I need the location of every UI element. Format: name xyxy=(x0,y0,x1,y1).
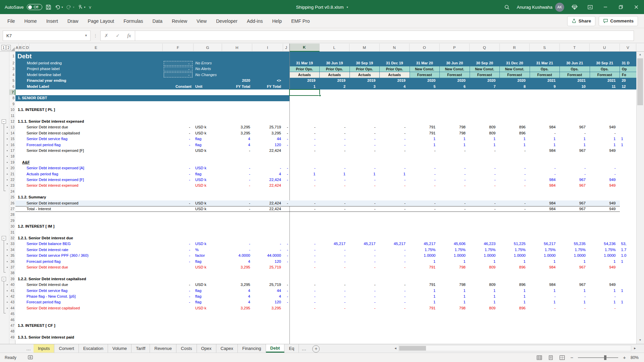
cell-H34[interactable]: - xyxy=(222,247,252,253)
section-title-8[interactable]: 1. SENIOR DEBT xyxy=(18,95,185,101)
row-header-3[interactable]: 3 xyxy=(9,66,15,72)
cell-O35[interactable]: 1.0000 xyxy=(410,253,440,258)
cell-F14[interactable]: - xyxy=(163,130,194,136)
cell-P43[interactable]: 1 xyxy=(440,299,470,305)
cell-U43[interactable]: 1 xyxy=(590,299,620,305)
cell-T20[interactable]: - xyxy=(560,165,590,171)
cell-U35[interactable]: 1.0000 xyxy=(590,253,620,258)
cell-M43[interactable]: - xyxy=(350,299,380,305)
column-header-Q[interactable]: Q xyxy=(470,44,500,52)
cell-N33[interactable]: 45,217 xyxy=(380,241,410,247)
cell-J22[interactable]: - xyxy=(283,177,289,183)
horizontal-scrollbar-track[interactable] xyxy=(398,345,631,351)
cell-O15[interactable]: 1 xyxy=(410,136,440,142)
cell-O37[interactable]: 791 xyxy=(410,264,440,270)
sheet-tab-tariff[interactable]: Tariff xyxy=(131,344,150,353)
cell-T43[interactable]: 1 xyxy=(560,299,590,305)
cell-Q33[interactable]: 46,223 xyxy=(470,241,500,247)
cell-K16[interactable]: - xyxy=(289,142,320,148)
cell-M40[interactable]: - xyxy=(350,282,380,288)
cell-M3[interactable]: Prior Ops. xyxy=(350,66,380,72)
column-header-E[interactable]: E xyxy=(30,44,163,52)
cell-G33[interactable]: USD k xyxy=(195,241,222,247)
cell-G14[interactable]: USD k xyxy=(195,130,222,136)
cell-V3[interactable]: Op xyxy=(620,66,636,72)
cell-P44[interactable]: 798 xyxy=(440,305,470,311)
cell-T3[interactable]: Ops. xyxy=(560,66,590,72)
cell-L5[interactable]: 2019 xyxy=(320,78,350,83)
cell-G23[interactable]: USD k xyxy=(195,183,222,188)
cell-N17[interactable]: - xyxy=(380,148,410,154)
cell-M17[interactable]: - xyxy=(350,148,380,154)
cell-O16[interactable]: 1 xyxy=(410,142,440,148)
cell-U14[interactable]: - xyxy=(590,130,620,136)
cell-P36[interactable]: 1 xyxy=(440,259,470,264)
cell-T44[interactable]: - xyxy=(560,305,590,311)
row-label-21[interactable]: Actuals period flag xyxy=(26,171,163,177)
cell-Q5[interactable]: 2020 xyxy=(470,78,500,83)
cell-V6[interactable]: 12 xyxy=(620,84,637,89)
cell-S26[interactable]: 984 xyxy=(530,200,560,206)
cell-O36[interactable]: 1 xyxy=(410,259,440,264)
cell-R22[interactable]: - xyxy=(500,177,530,183)
cell-N13[interactable]: - xyxy=(380,124,410,130)
name-box[interactable]: K7 ▼ xyxy=(3,31,91,41)
heading-19[interactable]: A&F xyxy=(22,160,89,165)
zoom-slider-thumb[interactable] xyxy=(604,355,606,360)
cell-I42[interactable]: 4 xyxy=(252,294,283,299)
cell-L42[interactable]: - xyxy=(320,294,350,299)
cell-H41[interactable]: 4 xyxy=(222,288,252,294)
row-header-4[interactable]: 4 xyxy=(9,72,15,78)
cell-U26[interactable]: 949 xyxy=(590,200,620,206)
cell-M21[interactable]: 1 xyxy=(350,171,380,177)
cell-J33[interactable]: - xyxy=(283,241,289,247)
cell-S41[interactable]: 1 xyxy=(530,288,560,294)
cell-K20[interactable]: - xyxy=(289,165,320,171)
cell-P13[interactable]: 798 xyxy=(440,124,470,130)
cell-H5[interactable]: 2020 xyxy=(222,78,252,83)
column-header-H[interactable]: H xyxy=(222,44,252,52)
cell-M14[interactable]: - xyxy=(350,130,380,136)
cell-F41[interactable]: - xyxy=(163,288,194,294)
heading-30[interactable]: 1.2. INTEREST [ IM ] xyxy=(18,224,162,229)
cell-K13[interactable]: - xyxy=(289,124,320,130)
cell-T23[interactable]: 967 xyxy=(560,183,590,188)
cell-U34[interactable]: 1.75% xyxy=(590,247,620,253)
heading-49[interactable]: 1.3.1. Senior Debt interest paid xyxy=(18,335,162,340)
cell-T26[interactable]: 967 xyxy=(560,200,590,206)
cell-H15[interactable]: 4 xyxy=(222,136,252,142)
cell-U44[interactable]: - xyxy=(590,305,620,311)
cell-J21[interactable]: - xyxy=(283,171,289,177)
row-header-16[interactable]: 16 xyxy=(9,142,15,148)
cell-L44[interactable]: - xyxy=(320,305,350,311)
restore-button[interactable] xyxy=(613,0,629,14)
cell-I36[interactable]: 120 xyxy=(252,259,283,264)
cell-T4[interactable]: Forecast xyxy=(560,72,590,77)
row-header-1[interactable]: 1 xyxy=(9,52,15,60)
column-header-G[interactable]: G xyxy=(194,44,222,52)
row-header-9[interactable]: 9 xyxy=(9,101,15,107)
cell-Q35[interactable]: 1.0000 xyxy=(470,253,500,258)
cell-N41[interactable]: - xyxy=(380,288,410,294)
sheet-tab-costs[interactable]: Costs xyxy=(176,344,197,353)
zoom-out-button[interactable]: − xyxy=(570,355,573,360)
cell-O27[interactable]: - xyxy=(410,206,440,212)
row-header-29[interactable]: 29 xyxy=(9,218,15,224)
cell-R34[interactable]: 1.75% xyxy=(500,247,530,253)
formula-input[interactable] xyxy=(135,31,634,41)
cell-G42[interactable]: flag xyxy=(195,294,222,299)
cell-F22[interactable]: - xyxy=(163,177,194,183)
cell-J42[interactable]: - xyxy=(283,294,289,299)
cell-Q14[interactable]: 809 xyxy=(470,130,500,136)
row-header-7[interactable]: 7 xyxy=(9,89,15,95)
cell-U36[interactable]: 1 xyxy=(590,259,620,264)
cell-Q27[interactable]: - xyxy=(470,206,500,212)
row-header-18[interactable]: 18 xyxy=(9,154,15,159)
cell-R37[interactable]: 896 xyxy=(500,264,530,270)
cell-L16[interactable]: - xyxy=(320,142,350,148)
row-label-44[interactable]: Senior Debt interest capitalised xyxy=(26,305,163,311)
cell-P35[interactable]: 1.0000 xyxy=(440,253,470,258)
cell-S33[interactable]: 56,217 xyxy=(530,241,560,247)
row-label-27[interactable]: Total - Interest xyxy=(26,206,163,212)
outline-collapse-button-row-39[interactable]: − xyxy=(2,277,6,281)
